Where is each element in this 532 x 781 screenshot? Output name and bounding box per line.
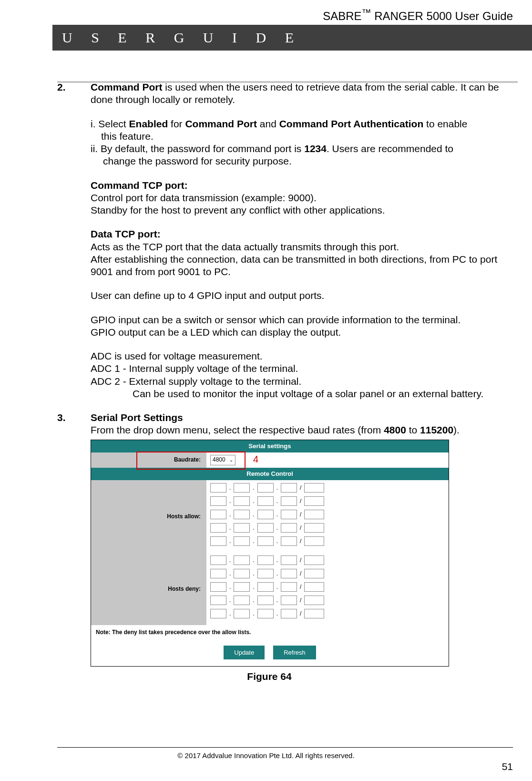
ip-mask-input[interactable]: [304, 609, 324, 618]
step-i-enabled: Enabled: [129, 118, 168, 129]
sec3-mid: to: [406, 424, 420, 435]
refresh-button[interactable]: Refresh: [273, 646, 316, 659]
ip-octet-input[interactable]: [234, 582, 250, 592]
remote-control-bar: Remote Control: [91, 468, 449, 480]
ip-octet-input[interactable]: [281, 523, 297, 533]
ip-octet-input[interactable]: [234, 510, 250, 519]
command-tcp-block: Command TCP port: Control port for data …: [91, 179, 518, 217]
chevron-down-icon: ⌄: [229, 457, 233, 463]
ip-row: .../: [210, 496, 445, 506]
ip-octet-input[interactable]: [281, 496, 297, 506]
ip-octet-input[interactable]: [234, 555, 250, 565]
step-i-pre: i. Select: [91, 118, 129, 129]
ip-mask-input[interactable]: [304, 496, 324, 506]
hosts-deny-label: Hosts deny:: [91, 553, 206, 625]
ip-octet-input[interactable]: [281, 596, 297, 605]
data-tcp-l1: Acts as the TCP port that the data actua…: [91, 241, 518, 253]
baudrate-select[interactable]: 4800 ⌄: [210, 455, 235, 465]
product-suffix: RANGER 5000 User Guide: [371, 10, 513, 22]
hosts-allow-label: Hosts allow:: [91, 480, 206, 553]
ip-octet-input[interactable]: [257, 523, 274, 533]
baudrate-cell: 4800 ⌄: [206, 452, 449, 468]
ip-mask-input[interactable]: [304, 596, 324, 605]
baudrate-row: Baudrate: 4800 ⌄ 4: [91, 452, 449, 468]
ip-mask-input[interactable]: [304, 483, 324, 493]
gpio-out: GPIO output can be a LED which can displ…: [91, 326, 518, 339]
ip-octet-input[interactable]: [210, 609, 226, 618]
section-2-title: Command Port: [91, 82, 163, 92]
ip-octet-input[interactable]: [257, 510, 274, 519]
ip-octet-input[interactable]: [210, 536, 226, 546]
ip-row: .../: [210, 609, 445, 618]
ip-octet-input[interactable]: [281, 555, 297, 565]
ip-mask-input[interactable]: [304, 582, 324, 592]
ip-mask-input[interactable]: [304, 555, 324, 565]
banner: U S E R G U I D E: [0, 25, 532, 51]
ip-octet-input[interactable]: [210, 596, 226, 605]
ip-octet-input[interactable]: [210, 569, 226, 578]
ip-octet-input[interactable]: [257, 496, 274, 506]
ip-octet-input[interactable]: [257, 582, 274, 592]
ip-octet-input[interactable]: [257, 536, 274, 546]
ip-row: .../: [210, 483, 445, 493]
gpio-in-out: GPIO input can be a switch or sensor whi…: [91, 314, 518, 339]
gpio-in: GPIO input can be a switch or sensor whi…: [91, 314, 518, 326]
ip-octet-input[interactable]: [210, 496, 226, 506]
section-3-desc: From the drop down menu, select the resp…: [91, 424, 518, 436]
baudrate-label: Baudrate:: [91, 453, 206, 466]
ip-octet-input[interactable]: [210, 483, 226, 493]
step-i: i. Select Enabled for Command Port and C…: [91, 118, 518, 143]
ip-octet-input[interactable]: [257, 596, 274, 605]
sec3-b1: 4800: [384, 424, 406, 435]
step-i-cmdport: Command Port: [185, 118, 257, 129]
ip-octet-input[interactable]: [210, 510, 226, 519]
ip-octet-input[interactable]: [257, 483, 274, 493]
data-tcp-head: Data TCP port:: [91, 228, 518, 240]
ip-mask-input[interactable]: [304, 523, 324, 533]
banner-accent: [0, 25, 52, 51]
page-number: 51: [502, 761, 513, 772]
update-button[interactable]: Update: [224, 646, 265, 659]
ip-octet-input[interactable]: [257, 569, 274, 578]
ip-octet-input[interactable]: [234, 523, 250, 533]
ip-mask-input[interactable]: [304, 536, 324, 546]
ip-row: .../: [210, 555, 445, 565]
ip-octet-input[interactable]: [281, 569, 297, 578]
ip-octet-input[interactable]: [210, 555, 226, 565]
hosts-deny-inputs: .../ .../ .../ .../ .../: [206, 553, 449, 625]
ip-octet-input[interactable]: [281, 510, 297, 519]
data-tcp-l2: After establishing the connection, data …: [91, 253, 518, 278]
trademark: ™: [362, 7, 371, 18]
ip-mask-input[interactable]: [304, 569, 324, 578]
ip-octet-input[interactable]: [234, 569, 250, 578]
ip-octet-input[interactable]: [210, 582, 226, 592]
footer-copyright: © 2017 Addvalue Innovation Pte Ltd. All …: [0, 751, 532, 760]
ip-octet-input[interactable]: [281, 536, 297, 546]
ip-octet-input[interactable]: [234, 496, 250, 506]
ip-octet-input[interactable]: [234, 596, 250, 605]
callout-4: 4: [253, 453, 258, 465]
figure-top-strip: [57, 81, 518, 83]
step-i-post: to enable: [423, 118, 467, 129]
baudrate-value: 4800: [213, 456, 225, 463]
ip-octet-input[interactable]: [234, 609, 250, 618]
ip-octet-input[interactable]: [281, 582, 297, 592]
ip-octet-input[interactable]: [234, 536, 250, 546]
figure-note: Note: The deny list takes precedence ove…: [91, 625, 449, 640]
section-3-number: 3.: [57, 411, 91, 683]
step-ii-post: . Users are recommended to: [327, 143, 453, 154]
ip-octet-input[interactable]: [210, 523, 226, 533]
cmd-tcp-l1: Control port for data transmission (exam…: [91, 192, 518, 204]
section-3-title: Serial Port Settings: [91, 411, 518, 424]
gpio-def: User can define up to 4 GPIO input and o…: [91, 289, 518, 302]
ip-octet-input[interactable]: [257, 609, 274, 618]
adc-l4: Can be used to monitor the input voltage…: [133, 388, 518, 400]
ip-mask-input[interactable]: [304, 510, 324, 519]
ip-octet-input[interactable]: [234, 483, 250, 493]
page: SABRE™ RANGER 5000 User Guide U S E R G …: [0, 0, 532, 781]
section-2: 2. Command Port is used when the users n…: [57, 81, 518, 400]
ip-octet-input[interactable]: [281, 609, 297, 618]
ip-octet-input[interactable]: [281, 483, 297, 493]
ip-octet-input[interactable]: [257, 555, 274, 565]
cmd-tcp-head: Command TCP port:: [91, 179, 518, 192]
